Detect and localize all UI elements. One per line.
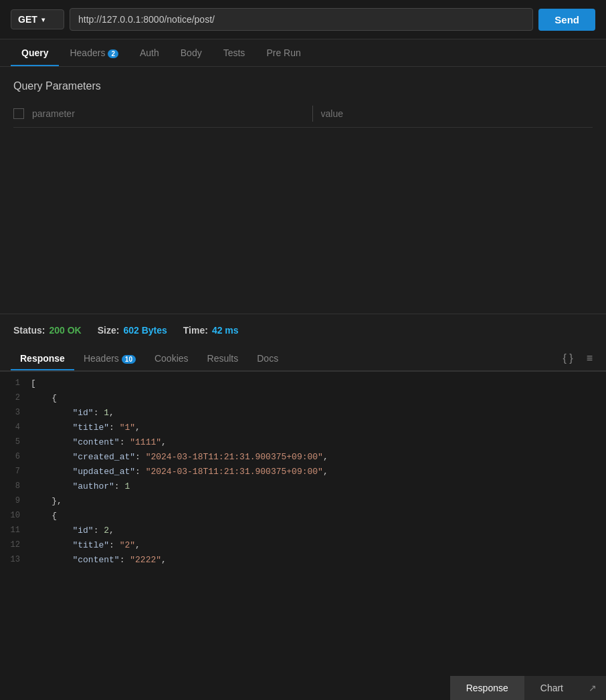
json-line: 13 "content": "2222", [0,554,606,568]
line-content: "content": "1111", [31,436,167,450]
line-number: 1 [0,377,31,390]
line-number: 6 [0,451,31,463]
tab-docs[interactable]: Docs [247,346,288,370]
line-number: 13 [0,554,31,566]
size-label: Size: [98,325,120,336]
json-line: 10 { [0,509,606,524]
expand-icon: ↗ [579,676,606,700]
status-label: Status: [13,325,45,336]
json-line: 3 "id": 1, [0,406,606,421]
more-options-button[interactable]: ≡ [584,350,595,367]
tab-query[interactable]: Query [11,39,59,66]
response-body: 1[2 {3 "id": 1,4 "title": "1",5 "content… [0,372,606,626]
response-tab-actions: { } ≡ [561,350,595,367]
param-row [13,106,593,128]
url-bar: GET ▾ Send [0,0,606,39]
status-bar: Status: 200 OK Size: 602 Bytes Time: 42 … [0,314,606,346]
tab-tests[interactable]: Tests [213,39,256,66]
line-content: { [31,509,57,523]
tab-response[interactable]: Response [11,346,74,370]
line-content: [ [31,377,36,391]
tab-response-headers[interactable]: Headers10 [74,346,145,370]
status-item-size: Size: 602 Bytes [98,325,167,336]
line-content: "updated_at": "2024-03-18T11:21:31.90037… [31,465,328,479]
json-line: 1[ [0,377,606,392]
line-number: 9 [0,495,31,507]
line-number: 11 [0,524,31,537]
size-value: 602 Bytes [123,325,167,336]
json-line: 11 "id": 2, [0,524,606,539]
response-tab-bar: Response Headers10 Cookies Results Docs … [0,346,606,372]
line-number: 7 [0,465,31,478]
line-content: "title": "1", [31,421,140,435]
bottom-bar: Response Chart ↗ [450,676,606,700]
method-select[interactable]: GET ▾ [11,9,64,29]
param-checkbox[interactable] [13,108,24,119]
status-value: 200 OK [49,325,81,336]
line-number: 8 [0,480,31,493]
bottom-tab-response[interactable]: Response [450,676,524,700]
tab-headers[interactable]: Headers2 [59,39,128,66]
tab-body[interactable]: Body [170,39,213,66]
json-line: 6 "created_at": "2024-03-18T11:21:31.900… [0,451,606,465]
query-panel: Query Parameters [0,67,606,314]
chevron-down-icon: ▾ [41,16,45,23]
json-lines: 1[2 {3 "id": 1,4 "title": "1",5 "content… [0,372,606,574]
line-number: 10 [0,509,31,522]
status-item-status: Status: 200 OK [13,325,82,336]
line-content: "author": 1 [31,480,130,494]
json-line: 4 "title": "1", [0,421,606,436]
tab-prerun[interactable]: Pre Run [256,39,311,66]
line-content: "created_at": "2024-03-18T11:21:31.90037… [31,451,328,465]
time-value: 42 ms [212,325,239,336]
param-value-input[interactable] [321,106,593,122]
param-divider [312,106,313,122]
response-headers-badge: 10 [122,355,136,364]
query-parameters-title: Query Parameters [13,80,593,92]
line-content: }, [31,495,62,509]
line-content: "id": 2, [31,524,114,538]
json-line: 7 "updated_at": "2024-03-18T11:21:31.900… [0,465,606,480]
json-line: 5 "content": "1111", [0,436,606,451]
line-number: 2 [0,392,31,404]
tab-auth[interactable]: Auth [129,39,170,66]
time-label: Time: [183,325,208,336]
param-key-input[interactable] [32,106,304,122]
json-line: 2 { [0,392,606,406]
format-json-button[interactable]: { } [561,350,576,367]
line-number: 3 [0,406,31,419]
send-button[interactable]: Send [538,9,595,31]
tab-cookies[interactable]: Cookies [145,346,198,370]
line-number: 12 [0,539,31,552]
status-item-time: Time: 42 ms [183,325,239,336]
method-value: GET [18,14,37,25]
bottom-tab-chart[interactable]: Chart [524,676,579,700]
json-line: 9 }, [0,495,606,509]
json-line: 12 "title": "2", [0,539,606,554]
tab-results[interactable]: Results [198,346,248,370]
line-content: { [31,392,57,406]
request-tab-bar: Query Headers2 Auth Body Tests Pre Run [0,39,606,67]
json-line: 8 "author": 1 [0,480,606,495]
line-number: 5 [0,436,31,449]
line-content: "content": "2222", [31,554,167,568]
headers-badge: 2 [108,49,118,58]
line-number: 4 [0,421,31,434]
line-content: "id": 1, [31,406,114,421]
url-input[interactable] [70,8,533,31]
line-content: "title": "2", [31,539,140,553]
